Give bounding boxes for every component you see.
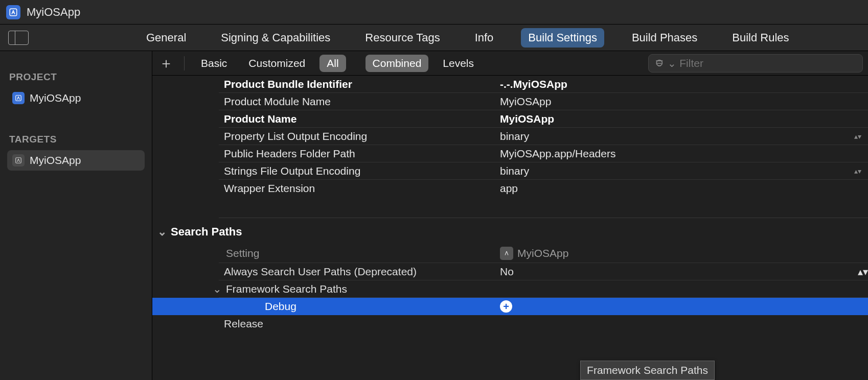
project-icon [12, 92, 25, 104]
setting-value[interactable]: + [500, 300, 868, 313]
tab-build-rules[interactable]: Build Rules [725, 28, 796, 48]
chevron-down-icon[interactable]: ⌄ [668, 57, 676, 69]
scope-basic[interactable]: Basic [194, 55, 234, 72]
project-sidebar: PROJECT MyiOSApp TARGETS MyiOSApp [0, 51, 152, 380]
dropdown-indicator-icon[interactable]: ▴▾ [852, 168, 864, 175]
setting-label: Strings File Output Encoding [219, 165, 500, 177]
setting-label: Release [219, 318, 500, 330]
setting-label: Product Name [219, 113, 500, 125]
setting-row-always-search[interactable]: Always Search User Paths (Deprecated) No… [219, 263, 868, 280]
dropdown-indicator-icon[interactable]: ▴▾ [852, 133, 864, 140]
panel-toggle-icon[interactable] [8, 31, 29, 45]
setting-row[interactable]: Product Name MyiOSApp [219, 110, 868, 128]
target-mini-icon [500, 247, 513, 260]
divider [184, 56, 185, 70]
tab-build-settings[interactable]: Build Settings [521, 28, 604, 48]
target-icon [12, 154, 25, 167]
editor-tabbar: General Signing & Capabilities Resource … [0, 25, 868, 51]
setting-value[interactable]: MyiOSApp [500, 96, 852, 108]
app-icon [6, 5, 20, 19]
setting-row[interactable]: Strings File Output Encoding binary ▴▾ [219, 162, 868, 180]
setting-value[interactable]: binary [500, 130, 852, 142]
filter-bar: ＋ Basic Customized All Combined Levels ⌄ [152, 51, 868, 76]
filter-icon [655, 58, 665, 69]
filter-input[interactable] [679, 57, 856, 69]
section-title: Search Paths [171, 225, 242, 239]
filter-search[interactable]: ⌄ [648, 54, 863, 73]
setting-label: Public Headers Folder Path [219, 148, 500, 160]
tab-signing[interactable]: Signing & Capabilities [214, 28, 337, 48]
setting-row[interactable]: Property List Output Encoding binary ▴▾ [219, 128, 868, 145]
setting-label: Framework Search Paths [226, 283, 347, 295]
setting-value[interactable]: -.-.MyiOSApp [500, 78, 852, 90]
svg-rect-1 [16, 96, 21, 101]
column-setting: Setting [219, 247, 500, 259]
sidebar-target-item[interactable]: MyiOSApp [7, 150, 145, 171]
tab-general[interactable]: General [139, 28, 193, 48]
setting-row[interactable]: Product Bundle Identifier -.-.MyiOSApp [219, 76, 868, 93]
titlebar: MyiOSApp [0, 0, 868, 25]
setting-label: Always Search User Paths (Deprecated) [219, 266, 500, 278]
setting-row-debug[interactable]: Debug + [152, 298, 868, 315]
setting-value[interactable]: No [500, 266, 858, 278]
add-button[interactable]: ＋ [157, 55, 175, 72]
setting-row[interactable]: Product Module Name MyiOSApp [219, 93, 868, 110]
setting-label: Property List Output Encoding [219, 130, 500, 142]
sidebar-project-label: MyiOSApp [30, 92, 81, 104]
disclosure-icon[interactable]: ⌄ [157, 225, 168, 239]
setting-label: Product Module Name [219, 96, 500, 108]
editor-tabs: General Signing & Capabilities Resource … [139, 28, 796, 48]
setting-row[interactable]: Wrapper Extension app [219, 180, 868, 197]
setting-value[interactable]: MyiOSApp.app/Headers [500, 148, 852, 160]
setting-row-framework-search-paths[interactable]: ⌄ Framework Search Paths [219, 280, 868, 298]
sidebar-project-item[interactable]: MyiOSApp [7, 88, 145, 108]
svg-rect-2 [16, 158, 21, 163]
section-search-paths[interactable]: ⌄ Search Paths [152, 218, 868, 244]
sidebar-targets-heading: TARGETS [9, 134, 143, 145]
setting-value[interactable]: app [500, 182, 852, 195]
column-headers: Setting MyiOSApp [219, 244, 868, 263]
setting-label: Product Bundle Identifier [219, 78, 500, 90]
tab-resource-tags[interactable]: Resource Tags [358, 28, 447, 48]
setting-label: Debug [260, 300, 500, 313]
add-value-button[interactable]: + [500, 300, 512, 313]
sidebar-project-heading: PROJECT [9, 72, 143, 83]
content-area: ＋ Basic Customized All Combined Levels ⌄… [152, 51, 868, 380]
setting-value[interactable]: MyiOSApp [500, 113, 852, 125]
setting-value[interactable]: binary [500, 165, 852, 177]
disclosure-icon[interactable]: ⌄ [213, 283, 223, 295]
scope-levels[interactable]: Levels [436, 55, 481, 72]
sidebar-target-label: MyiOSApp [30, 154, 81, 167]
scope-customized[interactable]: Customized [241, 55, 312, 72]
scope-combined[interactable]: Combined [366, 55, 429, 72]
settings-table[interactable]: Product Bundle Identifier -.-.MyiOSApp P… [152, 76, 868, 380]
tab-build-phases[interactable]: Build Phases [625, 28, 704, 48]
tooltip: Framework Search Paths [580, 361, 715, 380]
scope-all[interactable]: All [319, 55, 346, 72]
column-target: MyiOSApp [517, 247, 568, 259]
setting-row-release[interactable]: Release [219, 315, 868, 332]
tab-info[interactable]: Info [468, 28, 501, 48]
setting-row[interactable]: Public Headers Folder Path MyiOSApp.app/… [219, 145, 868, 162]
dropdown-indicator-icon[interactable]: ▴▾ [858, 266, 868, 278]
project-title: MyiOSApp [27, 6, 80, 19]
setting-label: Wrapper Extension [219, 182, 500, 195]
